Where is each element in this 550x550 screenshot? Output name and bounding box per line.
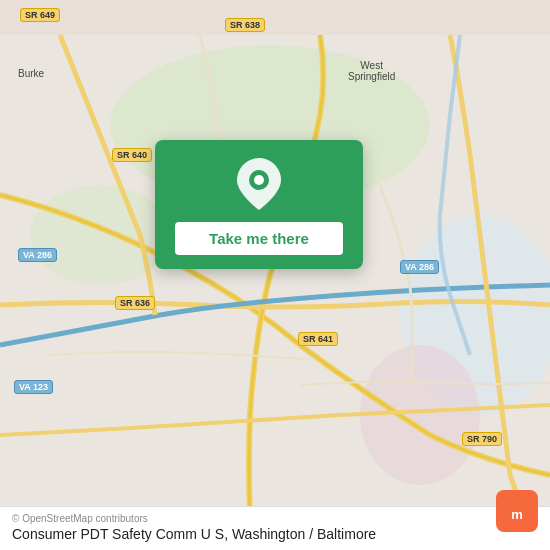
location-card: Take me there xyxy=(155,140,363,269)
sr640-label: SR 640 xyxy=(112,148,152,162)
va123-label: VA 123 xyxy=(14,380,53,394)
moovit-icon: m xyxy=(496,490,538,532)
sr641-label: SR 641 xyxy=(298,332,338,346)
svg-point-6 xyxy=(254,175,264,185)
west-springfield-label: WestSpringfield xyxy=(348,60,395,82)
svg-text:m: m xyxy=(511,507,523,522)
va286-1-label: VA 286 xyxy=(18,248,57,262)
va286-2-label: VA 286 xyxy=(400,260,439,274)
bottom-bar: © OpenStreetMap contributors Consumer PD… xyxy=(0,506,550,550)
burke-label: Burke xyxy=(18,68,44,79)
attribution-text: © OpenStreetMap contributors xyxy=(12,513,538,524)
moovit-logo: m xyxy=(496,490,538,532)
map-container: Burke WestSpringfield SR 649 SR 638 SR 6… xyxy=(0,0,550,550)
sr636-label: SR 636 xyxy=(115,296,155,310)
sr638-label: SR 638 xyxy=(225,18,265,32)
sr790-label: SR 790 xyxy=(462,432,502,446)
location-name: Consumer PDT Safety Comm U S, Washington… xyxy=(12,526,538,542)
location-pin-icon xyxy=(237,158,281,210)
sr649-label: SR 649 xyxy=(20,8,60,22)
take-me-there-button[interactable]: Take me there xyxy=(175,222,343,255)
